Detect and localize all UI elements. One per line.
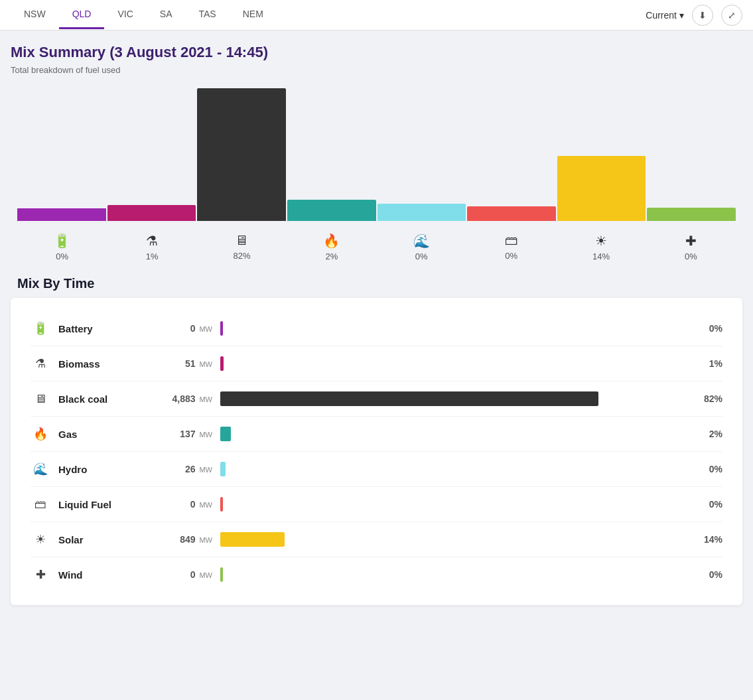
gas-row-label: Gas [58,429,145,440]
time-period-selector[interactable]: Current ▾ [646,10,684,21]
battery-row-mw: 0 MW [153,323,212,334]
icon-cell-solar: ☀ 14% [556,228,646,267]
solar-pct: 14% [592,251,610,261]
page-subtitle: Total breakdown of fuel used [11,65,742,75]
biomass-icon: ⚗ [146,233,158,249]
icon-cell-wind: ✚ 0% [646,228,736,267]
mix-row-biomass: ⚗ Biomass 51 MW 1% [31,346,722,382]
mix-row-black-coal: 🖥 Black coal 4,883 MW 82% [31,382,722,417]
gas-icon: 🔥 [323,233,340,249]
gas-row-mw: 137 MW [153,429,212,439]
hydro-row-icon: 🌊 [31,462,50,476]
black-coal-row-icon: 🖥 [31,392,50,406]
biomass-row-bar [220,356,224,371]
biomass-row-mw: 51 MW [153,358,212,369]
region-tabs: NSW QLD VIC SA TAS NEM [11,1,646,29]
icon-cell-battery: 🔋 0% [17,228,107,267]
chart-bar-liquid-fuel [467,88,556,221]
liquid-fuel-pct: 0% [505,251,517,261]
solar-row-label: Solar [58,534,145,545]
icon-cell-hydro: 🌊 0% [377,228,466,267]
battery-icon: 🔋 [54,233,70,249]
chart-bar-biomass [107,88,196,221]
gas-row-icon: 🔥 [31,427,50,441]
tab-nsw[interactable]: NSW [11,1,59,29]
mix-row-battery: 🔋 Battery 0 MW 0% [31,311,722,346]
main-content: Mix Summary (3 August 2021 - 14:45) Tota… [0,31,753,616]
fuel-icon-row: 🔋 0% ⚗ 1% 🖥 82% 🔥 2% 🌊 0% 🗃 0% ☀ 14% ✚ [11,221,742,267]
wind-row-bar [220,567,223,582]
black-coal-row-bar [220,391,598,406]
page-title: Mix Summary (3 August 2021 - 14:45) [11,44,742,61]
tab-sa[interactable]: SA [147,1,186,29]
chart-bar-black-coal [197,88,286,221]
hydro-pct: 0% [415,251,428,261]
icon-cell-liquid-fuel: 🗃 0% [466,228,556,267]
mix-row-hydro: 🌊 Hydro 26 MW 0% [31,452,722,487]
wind-row-mw: 0 MW [153,569,212,580]
icon-cell-black-coal: 🖥 82% [197,228,287,267]
gas-row-bar-area [220,426,681,442]
hydro-row-bar-area [220,461,681,477]
top-navigation: NSW QLD VIC SA TAS NEM Current ▾ ⬇ ⤢ [0,0,753,31]
gas-row-pct: 2% [689,429,722,439]
mix-row-liquid-fuel: 🗃 Liquid Fuel 0 MW 0% [31,487,722,522]
wind-pct: 0% [685,251,697,261]
hydro-row-label: Hydro [58,464,145,475]
solar-icon: ☀ [595,233,607,249]
tab-nem[interactable]: NEM [230,1,277,29]
black-coal-row-bar-area [220,391,681,407]
gas-row-bar [220,427,231,441]
download-button[interactable]: ⬇ [692,5,713,26]
liquid-fuel-row-pct: 0% [689,499,722,510]
battery-row-label: Battery [58,323,145,334]
wind-row-bar-area [220,567,681,583]
tab-tas[interactable]: TAS [186,1,230,29]
nav-right-controls: Current ▾ ⬇ ⤢ [646,5,742,26]
dropdown-icon: ▾ [679,10,684,21]
chart-bar-wind [647,88,736,221]
chart-bar-solar [557,88,646,221]
icon-cell-gas: 🔥 2% [287,228,376,267]
hydro-row-pct: 0% [689,464,722,474]
solar-row-pct: 14% [689,534,722,545]
liquid-fuel-row-icon: 🗃 [31,498,50,512]
mix-by-time-title: Mix By Time [11,267,742,298]
expand-button[interactable]: ⤢ [721,5,742,26]
tab-qld[interactable]: QLD [59,1,105,29]
biomass-row-label: Biomass [58,358,145,370]
battery-row-bar-area [220,320,681,336]
mix-by-time-table: 🔋 Battery 0 MW 0% ⚗ Biomass 51 MW 1% 🖥 B… [11,298,742,605]
liquid-fuel-row-bar-area [220,496,681,512]
solar-row-bar [220,532,285,547]
liquid-fuel-row-bar [220,497,223,512]
chart-bar-hydro [377,88,466,221]
wind-icon: ✚ [685,233,697,249]
hydro-icon: 🌊 [413,233,430,249]
wind-row-icon: ✚ [31,567,50,582]
battery-pct: 0% [56,251,68,261]
wind-row-pct: 0% [689,569,722,580]
liquid-fuel-icon: 🗃 [505,233,518,248]
tab-vic[interactable]: VIC [104,1,146,29]
chart-bar-battery [17,88,106,221]
biomass-row-pct: 1% [689,358,722,369]
biomass-row-bar-area [220,356,681,372]
current-label: Current [646,10,677,21]
biomass-row-icon: ⚗ [31,356,50,371]
battery-row-pct: 0% [689,323,722,334]
black-coal-pct: 82% [233,251,250,261]
liquid-fuel-row-mw: 0 MW [153,499,212,510]
chart-bar-gas [287,88,376,221]
fuel-mix-bar-chart [11,88,742,221]
mix-row-gas: 🔥 Gas 137 MW 2% [31,417,722,452]
solar-row-bar-area [220,531,681,547]
hydro-row-mw: 26 MW [153,464,212,474]
solar-row-mw: 849 MW [153,534,212,545]
mix-row-wind: ✚ Wind 0 MW 0% [31,557,722,592]
gas-pct: 2% [325,251,338,261]
solar-row-icon: ☀ [31,532,50,547]
mix-row-solar: ☀ Solar 849 MW 14% [31,522,722,557]
battery-row-bar [220,321,223,336]
wind-row-label: Wind [58,569,145,581]
